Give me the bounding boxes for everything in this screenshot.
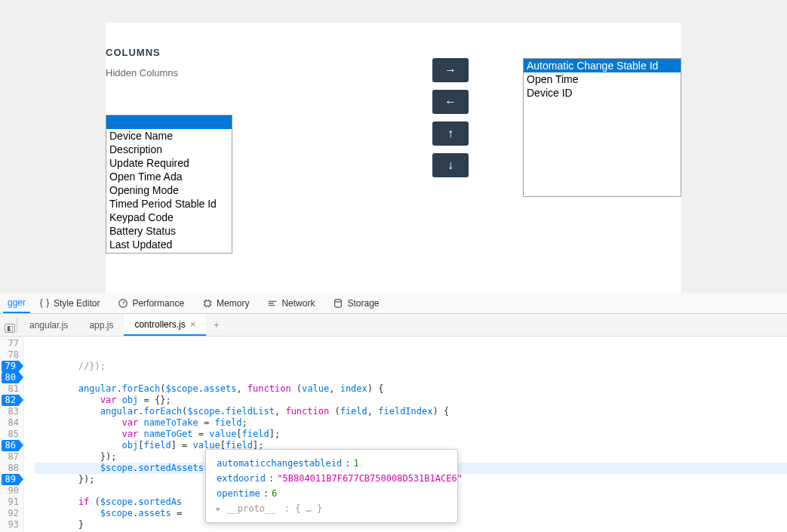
columns-config-panel: COLUMNS Hidden Columns Device NameDescri… [106,23,681,293]
list-item[interactable]: Automatic Change Stable Id [524,59,681,72]
tool-performance[interactable]: Performance [109,293,193,313]
move-down-button[interactable]: ↓ [432,153,469,177]
file-tab-angular-js[interactable]: angular.js [19,314,78,336]
list-item[interactable]: Device ID [524,86,681,100]
list-item[interactable]: Opening Mode [106,183,232,197]
file-tab-controllers-js[interactable]: controllers.js× [124,314,206,336]
svg-point-2 [335,299,342,302]
code-editor[interactable]: 777879808182838485868788899091929394 //}… [0,337,787,532]
braces-icon [39,298,50,309]
list-item[interactable]: Device Name [106,129,232,143]
debugger-tab[interactable]: gger [3,293,30,313]
svg-rect-1 [205,300,211,306]
tool-memory[interactable]: Memory [193,293,258,313]
list-item[interactable]: Description [106,143,232,156]
file-tabs: ◧ angular.jsapp.jscontrollers.js× + [0,314,787,337]
list-item[interactable]: Last Updated [106,238,232,251]
line-gutter: 777879808182838485868788899091929394 [0,337,24,532]
file-tab-app-js[interactable]: app.js [78,314,124,336]
code-body: //}); angular.forEach($scope.assets, fun… [24,337,787,532]
devtools-panel: gger Style EditorPerformanceMemoryNetwor… [0,293,787,532]
hidden-columns-listbox[interactable]: Device NameDescriptionUpdate RequiredOpe… [106,115,232,254]
move-up-button[interactable]: ↑ [432,121,469,146]
move-right-button[interactable]: → [432,58,469,82]
devtools-toolbar: gger Style EditorPerformanceMemoryNetwor… [0,293,787,314]
list-item[interactable] [106,115,232,129]
hidden-columns-label: Hidden Columns [106,67,340,78]
tool-storage[interactable]: Storage [324,293,388,313]
tool-network[interactable]: Network [258,293,324,313]
tool-style-editor[interactable]: Style Editor [30,293,109,313]
move-left-button[interactable]: ← [432,90,469,114]
list-item[interactable]: Keypad Code [106,211,232,224]
toggle-sidebar-icon[interactable]: ◧ [5,324,15,333]
chip-icon [202,298,213,309]
visible-columns-listbox[interactable]: Automatic Change Stable IdOpen TimeDevic… [523,58,681,197]
list-item[interactable]: Update Required [106,156,232,170]
new-tab-button[interactable]: + [206,320,226,331]
dial-icon [118,298,128,309]
bars-icon [267,298,278,309]
close-icon[interactable]: × [190,318,196,330]
db-icon [333,298,343,309]
list-item[interactable]: Battery Status [106,224,232,238]
list-item[interactable]: Timed Period Stable Id [106,197,232,211]
object-inspector-tooltip[interactable]: automaticchangestableid: 1extdoorid: "5B… [205,449,458,523]
list-item[interactable]: Open Time Ada [106,170,232,183]
section-title: COLUMNS [106,47,681,58]
list-item[interactable]: Open Time [524,72,681,86]
